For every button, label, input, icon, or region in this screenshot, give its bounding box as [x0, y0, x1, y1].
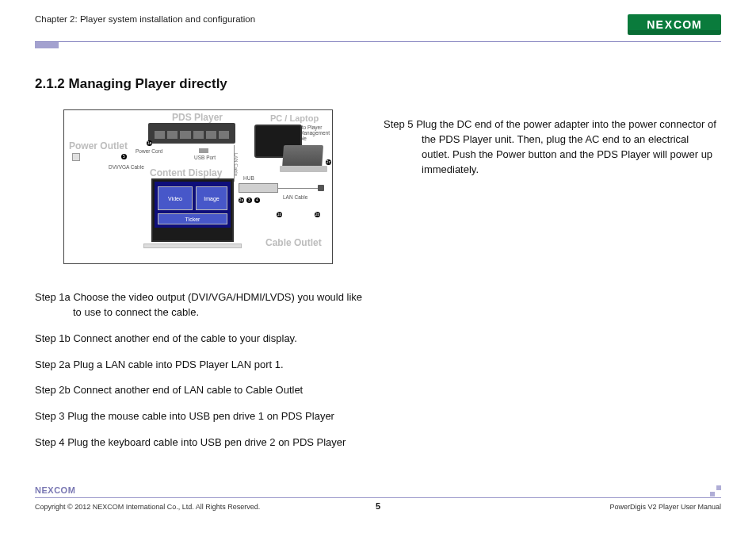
logo-x-icon: X — [664, 18, 674, 31]
callout-dot: 3 — [246, 197, 252, 203]
footer-logo-x-icon: X — [48, 485, 54, 495]
connection-diagram: PDS Player PC / Laptop Power Outlet Cont… — [63, 109, 333, 264]
section-heading: 2.1.2 Managing Player directly — [35, 76, 227, 92]
hub-icon — [239, 183, 278, 193]
pds-player-ports-icon — [155, 131, 229, 139]
footer-logo-pre: NE — [35, 485, 48, 495]
footer-decor-icon — [710, 485, 721, 497]
footer-manual-title: PowerDigis V2 Player User Manual — [609, 503, 721, 511]
callout-dot: 4 — [254, 197, 260, 203]
step-4: Step 4 Plug the keyboard cable into USB … — [35, 435, 368, 451]
label-cable-outlet: Cable Outlet — [265, 237, 322, 248]
footer-rule — [35, 497, 721, 498]
small-hub: HUB — [243, 175, 254, 181]
logo-post: COM — [674, 18, 702, 31]
tile-video: Video — [158, 186, 193, 210]
laptop-base-icon — [280, 166, 327, 172]
step-1a: Step 1a Choose the video output (DVI/VGA… — [35, 290, 368, 320]
callout-dot: 1a — [147, 140, 152, 146]
small-lan-cable: LAN Cable — [283, 194, 307, 200]
callout-dot: 5 — [121, 154, 127, 159]
small-usb-port: USB Port — [194, 155, 216, 160]
step-3: Step 3 Plug the mouse cable into USB pen… — [35, 409, 368, 424]
callout-dot: 2a — [239, 197, 244, 203]
power-outlet-icon — [72, 153, 80, 161]
nexcom-logo: NEXCOM — [628, 14, 721, 35]
step-1b: Step 1b Connect another end of the cable… — [35, 332, 368, 347]
callout-dot: 1b — [277, 212, 282, 217]
footer-logo: NEXCOM — [35, 485, 75, 495]
step-2b: Step 2b Connect another end of LAN cable… — [35, 383, 368, 398]
small-power-cord: Power Cord — [136, 148, 162, 154]
label-power-outlet: Power Outlet — [69, 140, 128, 151]
steps-left-column: Step 1a Choose the video output (DVI/VGA… — [35, 290, 368, 462]
steps-right-column: Step 5 Plug the DC end of the power adap… — [384, 117, 716, 177]
step-5: Step 5 Plug the DC end of the power adap… — [384, 117, 716, 177]
tile-ticker: Ticker — [158, 213, 227, 224]
logo-pre: NE — [647, 18, 663, 31]
tile-image: Image — [196, 186, 227, 210]
label-pc-laptop: PC / Laptop — [270, 113, 319, 123]
usb-port-icon — [199, 148, 208, 153]
display-stand-icon — [143, 243, 242, 248]
callout-dot: 2b — [315, 212, 320, 217]
logo-text: NEXCOM — [647, 18, 701, 31]
label-content-display: Content Display — [150, 167, 222, 178]
label-pds-player: PDS Player — [172, 112, 223, 123]
header-tab-decor — [35, 42, 59, 48]
page: Chapter 2: Player system installation an… — [0, 0, 756, 533]
step-2a: Step 2a Plug a LAN cable into PDS Player… — [35, 358, 368, 373]
chapter-title: Chapter 2: Player system installation an… — [35, 14, 255, 24]
lan-cable-line-icon — [278, 188, 318, 189]
header-rule — [35, 41, 721, 42]
small-dvi-vga: DVI/VGA Cable — [109, 164, 144, 170]
lan-line-icon — [234, 145, 235, 182]
callout-dot: 2c — [326, 159, 331, 165]
footer-logo-post: COM — [54, 485, 75, 495]
cable-outlet-icon — [318, 185, 324, 191]
